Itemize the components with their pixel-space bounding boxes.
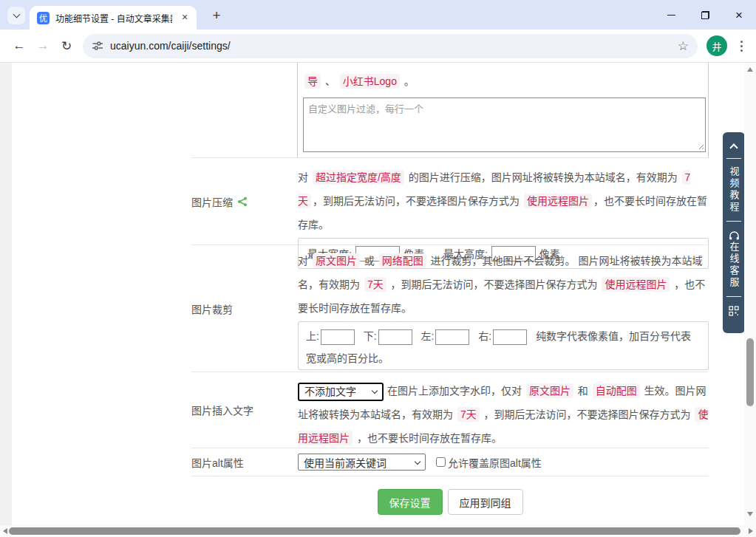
- image-compress-desc: 对 超过指定宽度/高度 的图片进行压缩，图片网址将被转换为本站域名，有效期为 7…: [298, 165, 709, 236]
- image-watermark-desc-wrap: 不添加文字 在图片上添加文字水印，仅对 原文图片 和 自动配图 生效。图片网址将…: [298, 379, 709, 450]
- crop-right-label: 右:: [478, 330, 491, 342]
- scroll-right-arrow-icon[interactable]: [749, 528, 753, 534]
- alt-override-checkbox[interactable]: [436, 457, 446, 467]
- alt-source-select[interactable]: 使用当前源关键词: [298, 454, 426, 471]
- image-compress-label-cell: 图片压缩: [191, 158, 298, 244]
- image-filter-box: 导 、 小红书Logo 。: [297, 63, 709, 158]
- forward-button: →: [31, 34, 55, 58]
- online-service-link[interactable]: 在线客服: [729, 242, 739, 289]
- qr-code-icon[interactable]: [729, 306, 739, 316]
- site-favicon: 优: [37, 12, 50, 24]
- page-content: 导 、 小红书Logo 。 图片压缩: [12, 63, 744, 525]
- crop-margins-box: 上: 下: 左: 右: 纯数字代表像素值，加百分号代表宽或高的百分比。: [298, 321, 709, 370]
- image-crop-label: 图片裁剪: [191, 301, 233, 316]
- crop-left-label: 左:: [421, 330, 435, 342]
- save-settings-button[interactable]: 保存设置: [378, 489, 443, 515]
- horizontal-scrollbar[interactable]: [0, 525, 756, 537]
- form-actions: 保存设置 应用到同组: [191, 476, 709, 515]
- chevron-down-icon: [372, 388, 378, 394]
- row-image-filter: 导 、 小红书Logo 。: [191, 63, 709, 158]
- minimize-icon: [667, 15, 675, 16]
- window-controls: ×: [654, 0, 756, 30]
- crop-right-input[interactable]: [493, 329, 527, 345]
- headset-icon[interactable]: [729, 230, 740, 240]
- collapse-chevron-up-icon[interactable]: [729, 143, 738, 151]
- alt-override-label: 允许覆盖原图alt属性: [448, 455, 542, 470]
- window-restore-button[interactable]: [688, 0, 722, 30]
- restore-icon: [701, 11, 709, 19]
- url-text[interactable]: ucaiyun.com/caiji/settings/: [110, 40, 231, 52]
- floating-side-panel: 视频教程 在线客服: [723, 132, 745, 333]
- tab-title: 功能细节设置 - 自动文章采集器: [55, 12, 172, 24]
- apply-to-group-button[interactable]: 应用到同组: [448, 489, 523, 515]
- back-button[interactable]: ←: [7, 34, 31, 58]
- chevron-down-icon: [415, 458, 420, 464]
- row-image-crop: 图片裁剪 对 原文图片 或 网络配图 进行裁剪，其他图片不会裁剪。 图片网址将被…: [191, 245, 709, 372]
- image-crop-label-cell: 图片裁剪: [191, 245, 298, 372]
- crop-left-input[interactable]: [435, 329, 469, 345]
- window-minimize-button[interactable]: [654, 0, 688, 30]
- image-alt-label: 图片alt属性: [191, 455, 244, 470]
- row-image-alt: 图片alt属性 使用当前源关键词 允许覆盖原图alt属性: [191, 448, 709, 476]
- image-watermark-label: 图片插入文字: [191, 403, 253, 417]
- alt-source-select-value: 使用当前源关键词: [304, 455, 386, 470]
- tab-close-icon[interactable]: ×: [179, 12, 191, 24]
- image-watermark-label-cell: 图片插入文字: [191, 372, 298, 448]
- row-image-watermark: 图片插入文字 不添加文字 在图片上添加文字水印，仅对 原文图片 和 自动配图 生…: [191, 372, 709, 448]
- crop-top-input[interactable]: [321, 329, 355, 345]
- scroll-down-arrow-icon[interactable]: [747, 512, 753, 516]
- scroll-up-arrow-icon[interactable]: [747, 67, 753, 72]
- image-crop-desc: 对 原文图片 或 网络配图 进行裁剪，其他图片不会裁剪。 图片网址将被转换为本站…: [298, 249, 709, 320]
- browser-tab[interactable]: 优 功能细节设置 - 自动文章采集器 ×: [30, 6, 197, 30]
- tab-search-button[interactable]: [7, 7, 25, 24]
- chevron-down-icon: [13, 11, 20, 18]
- vertical-scrollbar[interactable]: [744, 63, 756, 525]
- watermark-select[interactable]: 不添加文字: [298, 383, 384, 401]
- browser-titlebar: 优 功能细节设置 - 自动文章采集器 × + ×: [0, 0, 756, 30]
- tune-icon[interactable]: [92, 40, 103, 52]
- video-tutorial-link[interactable]: 视频教程: [729, 166, 739, 213]
- row-image-compress: 图片压缩 对 超过指定宽度/高度 的图片进行压缩，图片网址将被转换为本站域名，有…: [191, 158, 709, 245]
- new-tab-button[interactable]: +: [208, 7, 225, 24]
- image-filter-textarea[interactable]: [303, 98, 706, 152]
- profile-avatar[interactable]: 井: [706, 35, 727, 56]
- bookmark-star-icon[interactable]: ☆: [678, 38, 689, 54]
- window-close-button[interactable]: ×: [722, 0, 756, 30]
- crop-top-label: 上:: [306, 330, 319, 342]
- vertical-scrollbar-thumb[interactable]: [746, 338, 754, 406]
- address-bar[interactable]: ucaiyun.com/caiji/settings/ ☆: [83, 34, 698, 58]
- browser-menu-button[interactable]: [734, 34, 749, 58]
- crop-bottom-input[interactable]: [378, 329, 412, 345]
- alt-override-option[interactable]: 允许覆盖原图alt属性: [436, 455, 542, 470]
- close-icon: ×: [735, 9, 743, 21]
- scroll-left-arrow-icon[interactable]: [3, 528, 7, 534]
- share-icon[interactable]: [237, 196, 248, 207]
- image-compress-label: 图片压缩: [191, 194, 233, 209]
- image-alt-label-cell: 图片alt属性: [191, 455, 298, 470]
- settings-form: 导 、 小红书Logo 。 图片压缩: [191, 63, 709, 515]
- browser-navbar: ← → ↻ ucaiyun.com/caiji/settings/ ☆ 井: [0, 30, 756, 63]
- image-filter-intro: 导 、 小红书Logo 。: [303, 69, 708, 93]
- crop-bottom-label: 下:: [364, 330, 377, 342]
- horizontal-scrollbar-thumb[interactable]: [9, 527, 740, 535]
- watermark-select-value: 不添加文字: [304, 380, 356, 403]
- reload-button[interactable]: ↻: [55, 34, 78, 58]
